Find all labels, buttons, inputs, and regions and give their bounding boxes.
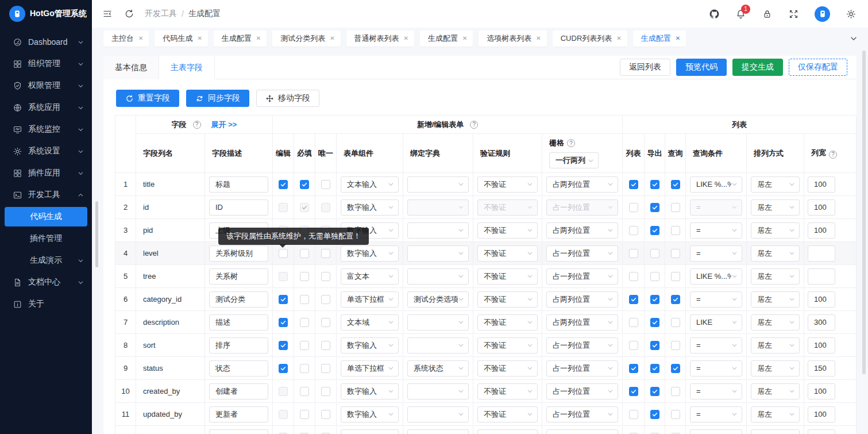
- required-checkbox[interactable]: [300, 410, 309, 419]
- required-checkbox[interactable]: [300, 272, 309, 281]
- sidebar-item-4[interactable]: 系统监控: [0, 118, 92, 140]
- grid-select[interactable]: 占两列位置: [546, 222, 618, 239]
- grid-select[interactable]: 占一列位置: [546, 268, 618, 285]
- query-checkbox[interactable]: [671, 341, 680, 350]
- tab-close-icon[interactable]: ✕: [138, 35, 143, 41]
- form-component-select[interactable]: 文本域: [341, 314, 399, 331]
- menu-collapse-icon[interactable]: [102, 9, 113, 19]
- form-component-select[interactable]: 数字输入: [341, 199, 399, 216]
- required-checkbox[interactable]: [300, 318, 309, 327]
- form-component-select[interactable]: [341, 429, 399, 434]
- query-condition-select[interactable]: =: [690, 222, 742, 239]
- grid-select[interactable]: 占两列位置: [546, 291, 618, 308]
- list-checkbox[interactable]: [629, 203, 638, 212]
- unique-checkbox[interactable]: [321, 203, 330, 212]
- sidebar-item-3[interactable]: 系统应用: [0, 97, 92, 118]
- tab-chip[interactable]: 生成配置✕: [633, 30, 686, 47]
- edit-checkbox[interactable]: [279, 318, 288, 327]
- align-select[interactable]: 居左: [751, 291, 800, 308]
- unique-checkbox[interactable]: [321, 249, 330, 258]
- column-width-input[interactable]: 100: [808, 383, 835, 400]
- column-width-input[interactable]: 100: [808, 337, 835, 354]
- edit-checkbox[interactable]: [279, 249, 288, 258]
- query-condition-select[interactable]: [690, 429, 742, 434]
- help-icon[interactable]: ?: [470, 121, 478, 129]
- bind-dict-select[interactable]: [407, 245, 469, 262]
- edit-checkbox[interactable]: [279, 272, 288, 281]
- align-select[interactable]: 居左: [751, 337, 800, 354]
- required-checkbox[interactable]: [300, 295, 309, 304]
- query-checkbox[interactable]: [671, 203, 680, 212]
- sidebar-item-dashboard[interactable]: Dashboard: [0, 31, 92, 53]
- query-checkbox[interactable]: [671, 272, 680, 281]
- unique-checkbox[interactable]: [321, 410, 330, 419]
- align-select[interactable]: 居左: [751, 406, 800, 423]
- column-width-input[interactable]: 100: [808, 199, 835, 216]
- validation-rule-select[interactable]: 不验证: [477, 176, 538, 193]
- export-checkbox[interactable]: [650, 295, 659, 304]
- breadcrumb-section[interactable]: 开发工具: [145, 9, 177, 19]
- description-input[interactable]: 关系树: [209, 268, 268, 285]
- tab-close-icon[interactable]: ✕: [404, 35, 408, 41]
- column-width-input[interactable]: 300: [808, 314, 835, 331]
- export-checkbox[interactable]: [650, 272, 659, 281]
- back-to-list-button[interactable]: 返回列表: [620, 59, 670, 76]
- notification-bell-icon[interactable]: 1: [735, 9, 746, 20]
- query-checkbox[interactable]: [671, 364, 680, 373]
- edit-checkbox[interactable]: [279, 295, 288, 304]
- required-checkbox[interactable]: [300, 203, 309, 212]
- validation-rule-select[interactable]: 不验证: [477, 291, 538, 308]
- query-checkbox[interactable]: [671, 249, 680, 258]
- edit-checkbox[interactable]: [279, 203, 288, 212]
- sidebar-item-12[interactable]: 关于: [0, 293, 92, 315]
- list-checkbox[interactable]: [629, 341, 638, 350]
- validation-rule-select[interactable]: [477, 429, 538, 434]
- preview-code-button[interactable]: 预览代码: [676, 59, 727, 76]
- query-condition-select[interactable]: =: [690, 406, 742, 423]
- export-checkbox[interactable]: [650, 387, 659, 396]
- user-avatar[interactable]: [815, 6, 830, 22]
- form-component-select[interactable]: 文本输入: [341, 176, 399, 193]
- tab-list-chevron-down-icon[interactable]: [850, 34, 858, 43]
- sidebar-item-7[interactable]: 开发工具: [0, 184, 92, 206]
- validation-rule-select[interactable]: 不验证: [477, 314, 538, 331]
- tab-chip[interactable]: 选项树表列表✕: [479, 30, 546, 47]
- sidebar-item-1[interactable]: 组织管理: [0, 53, 92, 75]
- description-input[interactable]: 描述: [209, 314, 268, 331]
- list-checkbox[interactable]: [629, 410, 638, 419]
- bind-dict-select[interactable]: [407, 199, 469, 216]
- query-condition-select[interactable]: LIKE %...%: [690, 176, 742, 193]
- query-checkbox[interactable]: [671, 180, 680, 189]
- required-checkbox[interactable]: [300, 341, 309, 350]
- query-checkbox[interactable]: [671, 387, 680, 396]
- sidebar-item-6[interactable]: 插件应用: [0, 162, 92, 184]
- bind-dict-select[interactable]: 系统状态: [407, 360, 469, 377]
- form-component-select[interactable]: 数字输入: [341, 383, 399, 400]
- description-input[interactable]: 更新者: [209, 406, 268, 423]
- tab-chip[interactable]: 代码生成✕: [155, 30, 207, 47]
- unique-checkbox[interactable]: [321, 387, 330, 396]
- tab-chip[interactable]: 主控台✕: [103, 30, 149, 47]
- export-checkbox[interactable]: [650, 226, 659, 235]
- column-width-input[interactable]: 100: [808, 222, 835, 239]
- list-checkbox[interactable]: [629, 272, 638, 281]
- help-icon[interactable]: ?: [829, 151, 837, 159]
- column-width-input[interactable]: 100: [808, 291, 835, 308]
- tab-chip[interactable]: 普通树表列表✕: [346, 30, 414, 47]
- bind-dict-select[interactable]: [407, 222, 469, 239]
- tab-chip[interactable]: 生成配置✕: [214, 30, 267, 47]
- validation-rule-select[interactable]: 不验证: [477, 406, 538, 423]
- query-condition-select[interactable]: LIKE: [690, 314, 742, 331]
- form-component-select[interactable]: 单选下拉框: [341, 360, 399, 377]
- sync-fields-button[interactable]: 同步字段: [186, 90, 249, 107]
- bind-dict-select[interactable]: [407, 176, 469, 193]
- validation-rule-select[interactable]: 不验证: [477, 222, 538, 239]
- query-condition-select[interactable]: =: [690, 337, 742, 354]
- align-select[interactable]: 居左: [751, 314, 800, 331]
- grid-select[interactable]: 占一列位置: [546, 245, 618, 262]
- required-checkbox[interactable]: [300, 249, 309, 258]
- form-component-select[interactable]: 数字输入: [341, 406, 399, 423]
- form-component-select[interactable]: 数字输入: [341, 337, 399, 354]
- tab-close-icon[interactable]: ✕: [330, 35, 334, 41]
- list-checkbox[interactable]: [629, 364, 638, 373]
